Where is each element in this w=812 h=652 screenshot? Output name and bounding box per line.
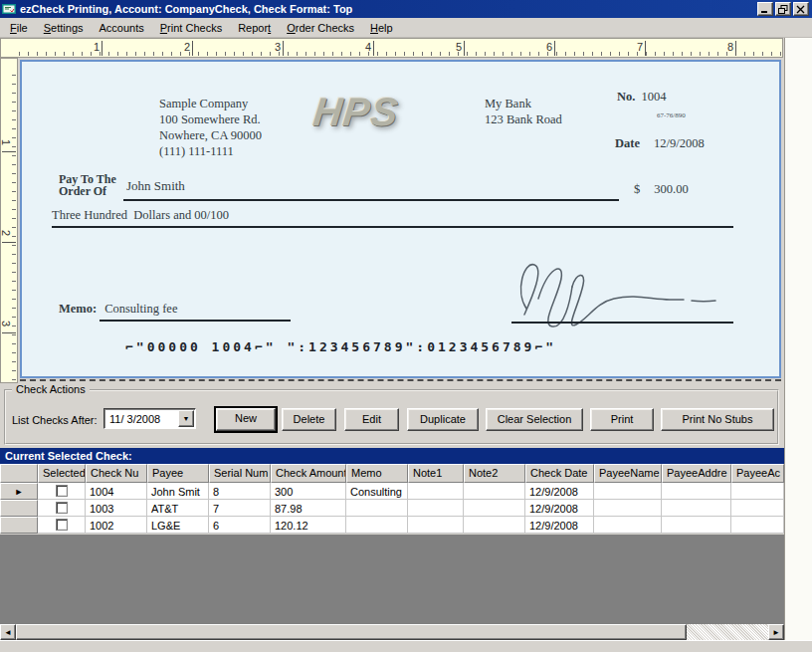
row-checkbox[interactable] (56, 485, 68, 497)
grid-cell[interactable]: 12/9/2008 (525, 500, 594, 517)
clear-selection-button[interactable]: Clear Selection (486, 408, 583, 431)
edit-button[interactable]: Edit (344, 408, 399, 431)
row-checkbox[interactable] (56, 502, 68, 514)
grid-cell[interactable] (346, 500, 408, 517)
arrow-left-icon: ◄ (4, 628, 12, 637)
date-label: Date (615, 136, 640, 150)
grid-cell[interactable] (594, 500, 662, 517)
title-bar: ezCheck Printing, Account: CompanyCheck,… (0, 0, 812, 18)
ruler-tick (464, 41, 465, 56)
grid-cell[interactable]: 120.12 (271, 517, 346, 534)
grid-header-check-date[interactable]: Check Date (525, 464, 594, 483)
duplicate-button[interactable]: Duplicate (407, 408, 479, 431)
grid-cell[interactable] (594, 517, 662, 534)
scroll-right-button[interactable]: ► (768, 624, 784, 640)
grid-cell[interactable]: LG&E (147, 517, 209, 534)
menu-item-settings[interactable]: Settings (36, 20, 92, 36)
grid-cell[interactable] (38, 517, 86, 534)
row-selector[interactable] (0, 500, 38, 517)
app-window: ezCheck Printing, Account: CompanyCheck,… (0, 0, 812, 652)
grid-cell[interactable]: 8 (209, 483, 271, 500)
grid-cell[interactable]: 300 (271, 483, 346, 500)
grid-cell[interactable]: AT&T (147, 500, 209, 517)
grid-cell[interactable] (38, 483, 86, 500)
grid-header-memo[interactable]: Memo (346, 464, 408, 483)
grid-cell[interactable] (662, 517, 731, 534)
grid-cell[interactable]: 6 (209, 517, 271, 534)
horizontal-scrollbar[interactable]: ◄ ► (0, 624, 784, 640)
ruler-number: 3 (0, 321, 12, 326)
currency-symbol: $ (634, 182, 640, 196)
grid-cell[interactable] (408, 483, 464, 500)
grid-cell[interactable] (464, 500, 525, 517)
grid-cell[interactable]: John Smit (147, 483, 209, 500)
table-row[interactable]: 1003AT&T787.9812/9/2008 (0, 500, 784, 517)
row-checkbox[interactable] (56, 519, 68, 531)
arrow-right-icon: ► (772, 628, 780, 637)
menu-item-order-checks[interactable]: Order Checks (279, 20, 362, 36)
grid-cell[interactable]: 1002 (86, 517, 147, 534)
grid-cell[interactable]: 87.98 (271, 500, 346, 517)
grid-cell[interactable]: 12/9/2008 (525, 483, 594, 500)
grid-cell[interactable] (731, 483, 784, 500)
grid-header-payee[interactable]: Payee (147, 464, 209, 483)
close-button[interactable] (793, 2, 809, 16)
hps-watermark-logo: HPS (311, 90, 401, 134)
delete-button[interactable]: Delete (282, 408, 336, 431)
scrollbar-thumb[interactable] (16, 624, 687, 640)
payee-name: John Smith (126, 178, 185, 194)
grid-header-check-amount[interactable]: Check Amount (271, 464, 346, 483)
ruler-tick (2, 332, 16, 333)
grid-cell[interactable] (408, 517, 464, 534)
combobox-dropdown-button[interactable]: ▼ (178, 410, 194, 427)
grid-cell[interactable]: 7 (209, 500, 271, 517)
menu-item-help[interactable]: Help (362, 20, 401, 36)
menu-item-print-checks[interactable]: Print Checks (152, 20, 230, 36)
grid-cell[interactable] (594, 483, 662, 500)
print-button[interactable]: Print (590, 408, 654, 431)
grid-cell[interactable]: 1003 (86, 500, 147, 517)
grid-cell[interactable] (408, 500, 464, 517)
check-preview: Sample Company 100 Somewhere Rd. Nowhere… (20, 60, 781, 378)
grid-empty-area (0, 535, 784, 624)
check-number-label: No. (617, 90, 635, 104)
bank-address: 123 Bank Road (485, 111, 562, 127)
ruler-number: 8 (713, 41, 733, 53)
grid-cell[interactable] (38, 500, 86, 517)
list-after-date-combobox[interactable]: 11/ 3/2008 ▼ (103, 408, 196, 429)
grid-cell[interactable] (346, 517, 408, 534)
grid-header-note2[interactable]: Note2 (464, 464, 525, 483)
grid-cell[interactable] (731, 517, 784, 534)
grid-header-selected[interactable]: Selected (38, 464, 86, 483)
grid-cell[interactable] (731, 500, 784, 517)
table-row[interactable]: 1002LG&E6120.1212/9/2008 (0, 517, 784, 534)
grid-header-payeename[interactable]: PayeeName (594, 464, 662, 483)
grid-header-serial-num[interactable]: Serial Num (209, 464, 271, 483)
row-selector[interactable] (0, 517, 38, 534)
grid-cell[interactable] (464, 483, 525, 500)
amount-value: 300.00 (654, 182, 688, 196)
grid-cell[interactable] (662, 500, 731, 517)
grid-header-note1[interactable]: Note1 (408, 464, 464, 483)
list-after-date-value[interactable]: 11/ 3/2008 (104, 413, 178, 425)
restore-button[interactable] (775, 2, 791, 16)
grid-header-payeeac[interactable]: PayeeAc (731, 464, 784, 483)
bank-fraction: 67-76/890 (657, 111, 686, 119)
grid-cell[interactable] (464, 517, 525, 534)
scroll-left-button[interactable]: ◄ (0, 624, 16, 640)
grid-cell[interactable]: 12/9/2008 (525, 517, 594, 534)
new-button[interactable]: New (216, 408, 276, 431)
menu-item-accounts[interactable]: Accounts (92, 20, 152, 36)
menu-item-file[interactable]: File (2, 20, 36, 36)
grid-cell[interactable]: Consulting (346, 483, 408, 500)
minimize-button[interactable] (757, 2, 773, 16)
print-no-stubs-button[interactable]: Print No Stubs (661, 408, 774, 431)
bank-address-block: My Bank 123 Bank Road (485, 96, 562, 127)
row-selector[interactable]: ► (0, 483, 38, 500)
table-row[interactable]: ►1004John Smit8300Consulting12/9/2008 (0, 483, 784, 500)
grid-header-payeeaddre[interactable]: PayeeAddre (662, 464, 731, 483)
grid-cell[interactable]: 1004 (86, 483, 147, 500)
menu-item-report[interactable]: Report (230, 20, 279, 36)
grid-cell[interactable] (662, 483, 731, 500)
grid-header-check-nu[interactable]: Check Nu (86, 464, 147, 483)
